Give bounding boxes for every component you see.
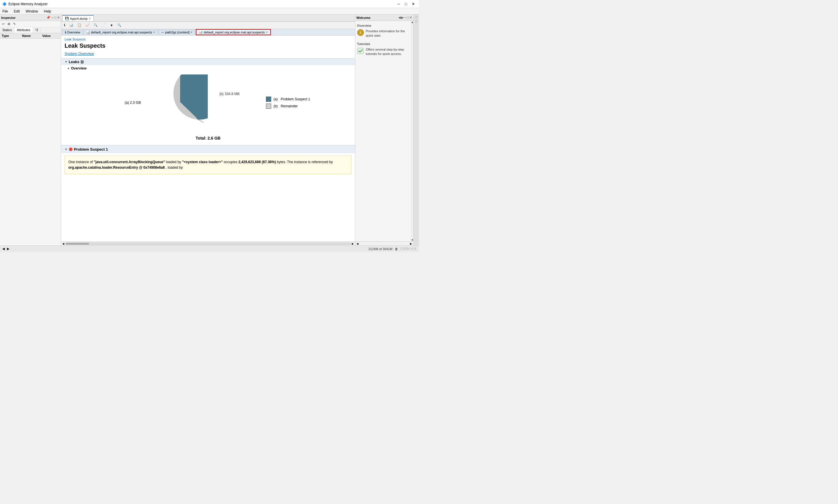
default-report-1-label: default_report org.eclipse.mat.api:suspe… bbox=[91, 31, 152, 34]
maximize-button[interactable]: □ bbox=[403, 2, 409, 6]
right-scroll-track[interactable] bbox=[411, 23, 413, 239]
welcome-tab-bar: Welcome ◀ ▶ ─ □ ✕ bbox=[355, 15, 413, 21]
path2gc-close[interactable]: ✕ bbox=[190, 31, 193, 34]
welcome-min-icon[interactable]: ─ bbox=[404, 16, 407, 19]
default-report-1-icon: 📊 bbox=[86, 31, 90, 34]
right-scroll-down[interactable]: ▼ bbox=[411, 239, 413, 241]
leaks-section-header[interactable]: ▼ Leaks 🖼 bbox=[61, 58, 355, 65]
default-report-2-close[interactable]: ✕ bbox=[266, 31, 268, 34]
h-scroll-track[interactable] bbox=[66, 242, 351, 245]
inspector-tab-attributes[interactable]: Attributes bbox=[15, 27, 33, 33]
inspector-max-icon[interactable]: □ bbox=[54, 16, 56, 19]
path2gc-label: path2gc [context] bbox=[165, 31, 190, 34]
problem-suspect-error-icon: 🔴 bbox=[69, 147, 73, 151]
content-tab-overview[interactable]: ℹ Overview bbox=[62, 30, 83, 35]
toolbar-query-btn[interactable]: 🔍 bbox=[92, 22, 100, 28]
welcome-close-icon[interactable]: ✕ bbox=[409, 16, 412, 19]
system-overview-link[interactable]: System Overview bbox=[61, 52, 355, 58]
watermark: CSDN·大方 bbox=[400, 247, 417, 251]
file-tab-close[interactable]: ✕ bbox=[89, 17, 91, 20]
status-bar-right: 2124M of 3641M 🗑 CSDN·大方 bbox=[368, 247, 417, 251]
overview-item-icon: i bbox=[357, 29, 364, 36]
memory-usage: 2124M of 3641M bbox=[368, 247, 393, 251]
status-scroll-right[interactable]: ▶ bbox=[7, 247, 9, 251]
content-tab-default-report-2[interactable]: 📊 default_report org.eclipse.mat.api:sus… bbox=[196, 29, 271, 35]
menu-bar: File Edit Window Help bbox=[0, 8, 419, 15]
col-name: Name bbox=[20, 34, 41, 38]
file-tab-bar: 💾 hypc4.dump ✕ bbox=[61, 15, 355, 21]
minimize-button[interactable]: ─ bbox=[396, 2, 402, 6]
right-hscroll-right[interactable]: ▶ bbox=[410, 242, 412, 245]
main-content-panel: 💾 hypc4.dump ✕ ℹ 📊 📋 📈 🔍 📄 ▼ 🔍 ℹ Overvie… bbox=[61, 15, 355, 246]
desc-text-3: occupies bbox=[222, 160, 238, 164]
h-scroll-right[interactable]: ▶ bbox=[352, 242, 354, 245]
h-scrollbar: ◀ ▶ bbox=[61, 241, 355, 246]
file-tab-hypc4[interactable]: 💾 hypc4.dump ✕ bbox=[62, 15, 94, 21]
welcome-back-icon[interactable]: ◀ bbox=[398, 16, 401, 19]
welcome-tutorials-title: Tutorials bbox=[357, 41, 409, 48]
problem-suspect-arrow-icon: ▼ bbox=[65, 148, 68, 151]
inspector-edit-icon[interactable]: ✎ bbox=[12, 22, 17, 26]
default-report-1-close[interactable]: ✕ bbox=[153, 31, 155, 34]
inspector-table: Type Name Value bbox=[0, 33, 61, 246]
legend-item-b: (b) Remainder bbox=[266, 104, 310, 109]
col-type: Type bbox=[0, 34, 20, 38]
app-icon: 🔷 bbox=[2, 2, 7, 6]
close-button[interactable]: ✕ bbox=[410, 2, 417, 6]
inspector-title: Inspector bbox=[1, 16, 16, 19]
file-tab-label: hypc4.dump bbox=[70, 17, 88, 20]
inspector-tab-count[interactable]: ²2 bbox=[33, 27, 41, 33]
overview-sub-header[interactable]: ▼ Overview bbox=[61, 65, 355, 72]
svg-text:i: i bbox=[360, 30, 361, 35]
app-title: Eclipse Memory Analyzer bbox=[8, 2, 48, 6]
welcome-max-icon[interactable]: □ bbox=[407, 16, 409, 19]
trash-icon[interactable]: 🗑 bbox=[395, 247, 398, 251]
overview-sub-title: Overview bbox=[71, 66, 86, 70]
right-scroll-up[interactable]: ▲ bbox=[411, 21, 413, 23]
problem-suspect-header[interactable]: ▼ 🔴 Problem Suspect 1 bbox=[61, 145, 355, 153]
desc-text-2: loaded by bbox=[165, 160, 182, 164]
inspector-min-icon[interactable]: ─ bbox=[51, 16, 54, 19]
main-layout: Inspector 📌 ─ □ ✕ ↩ ⊞ ✎ Statics Attribut… bbox=[0, 15, 419, 246]
far-right-icon-2: ⬡ bbox=[415, 20, 418, 23]
h-scroll-left[interactable]: ◀ bbox=[62, 242, 64, 245]
welcome-forward-icon[interactable]: ▶ bbox=[401, 16, 404, 19]
title-bar-controls[interactable]: ─ □ ✕ bbox=[396, 2, 417, 6]
problem-suspect-title: Problem Suspect 1 bbox=[74, 147, 108, 151]
toolbar-report-btn[interactable]: 📄 bbox=[100, 22, 108, 28]
desc-reference: org.apache.catalina.loader.ResourceEntry… bbox=[68, 165, 165, 169]
status-bar-left: ◀ ▶ bbox=[2, 247, 9, 251]
welcome-overview-item[interactable]: i Provides information for the quick sta… bbox=[357, 29, 409, 38]
menu-file[interactable]: File bbox=[1, 9, 9, 14]
toolbar-info-btn[interactable]: ℹ bbox=[62, 22, 67, 28]
toolbar-search-btn[interactable]: 🔍 bbox=[115, 22, 123, 28]
desc-text-4: bytes. The instance is referenced by bbox=[276, 160, 333, 164]
content-tab-default-report-1[interactable]: 📊 default_report org.eclipse.mat.api:sus… bbox=[84, 30, 158, 35]
menu-edit[interactable]: Edit bbox=[13, 9, 21, 14]
title-bar: 🔷 Eclipse Memory Analyzer ─ □ ✕ bbox=[0, 0, 419, 8]
menu-help[interactable]: Help bbox=[43, 9, 52, 14]
inspector-back-icon[interactable]: ↩ bbox=[1, 22, 5, 26]
right-hscroll-left[interactable]: ◀ bbox=[356, 242, 358, 245]
inspector-nav-icon[interactable]: ⊞ bbox=[7, 22, 11, 26]
inspector-pin-icon[interactable]: 📌 bbox=[46, 16, 50, 19]
suspect-description: One instance of "java.util.concurrent.Ar… bbox=[65, 156, 352, 174]
toolbar-histogram-btn[interactable]: 📈 bbox=[84, 22, 91, 28]
inspector-close-icon[interactable]: ✕ bbox=[57, 16, 60, 19]
breadcrumb-link[interactable]: Leak Suspects bbox=[65, 37, 86, 41]
content-tab-path2gc[interactable]: ↔ path2gc [context] ✕ bbox=[159, 30, 196, 35]
toolbar-dropdown-btn[interactable]: ▼ bbox=[108, 23, 115, 28]
tutorials-item-text: Offers several step-by-step tutorials fo… bbox=[366, 48, 409, 56]
content-area: Leak Suspects Leak Suspects System Overv… bbox=[61, 35, 355, 241]
title-bar-left: 🔷 Eclipse Memory Analyzer bbox=[2, 2, 48, 6]
welcome-tutorials-item[interactable]: Offers several step-by-step tutorials fo… bbox=[357, 48, 409, 56]
menu-window[interactable]: Window bbox=[24, 9, 39, 14]
page-title: Leak Suspects bbox=[61, 41, 355, 52]
inspector-tab-statics[interactable]: Statics bbox=[0, 27, 15, 33]
desc-size: 2,429,623,688 (87.38%) bbox=[238, 160, 276, 164]
desc-loader: "<system class loader>" bbox=[182, 160, 222, 164]
toolbar-chart-btn[interactable]: 📊 bbox=[68, 22, 75, 28]
inspector-tab-bar: Inspector 📌 ─ □ ✕ bbox=[0, 15, 61, 21]
status-scroll-left[interactable]: ◀ bbox=[2, 247, 5, 251]
toolbar-table-btn[interactable]: 📋 bbox=[76, 22, 83, 28]
